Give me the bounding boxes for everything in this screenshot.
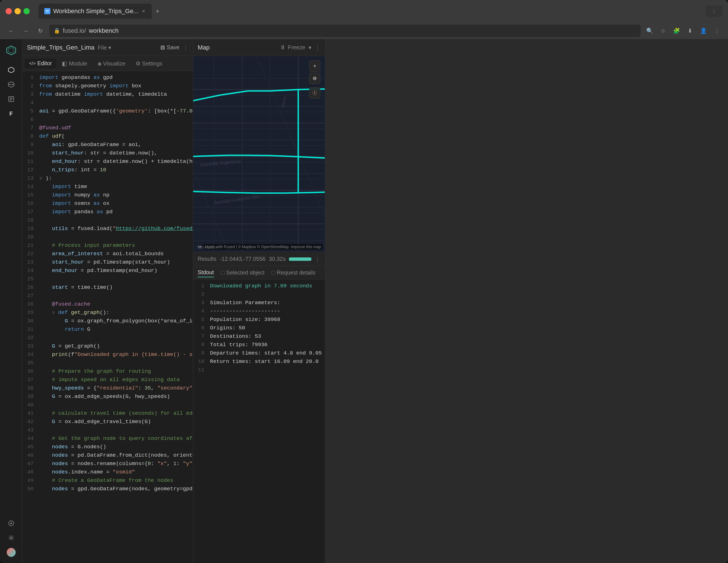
code-line: 16 import osmnx as ox — [22, 199, 193, 208]
code-line: 8 def udf( — [22, 132, 193, 141]
tab-stdout[interactable]: Stdout — [198, 268, 214, 277]
download-icon[interactable]: ⬇ — [684, 25, 696, 36]
results-menu-button[interactable]: ⋮ — [315, 256, 320, 263]
map-menu-button[interactable]: ⋮ — [315, 44, 320, 51]
results-tabs: Stdout Selected object Request details — [193, 266, 325, 280]
code-line: 29 ∨ def get_graph(): — [22, 308, 193, 317]
code-line: 27 — [22, 291, 193, 300]
save-label: Save — [167, 44, 179, 51]
pause-button[interactable]: ⏸ Freeze — [280, 44, 305, 51]
zoom-in-button[interactable]: + — [309, 60, 320, 72]
results-coords: -12.0443,-77.0556 — [220, 256, 265, 262]
code-line: 36 # Prepare the graph for routing — [22, 367, 193, 375]
map-container[interactable]: Avenida Argentina Avenida Argentina Aven… — [193, 56, 325, 252]
request-details-checkbox[interactable] — [271, 271, 275, 275]
tab-label: Workbench Simple_Trips_Ge... — [53, 8, 138, 15]
url-path: workbench — [89, 27, 118, 34]
tab-editor[interactable]: </> Editor — [25, 59, 56, 68]
editor-panel: Simple_Trips_Gen_Lima File ▾ Save ⋮ — [22, 39, 193, 563]
code-line: 24 end_hour = pd.Timestamp(end_hour) — [22, 267, 193, 275]
tab-request-details[interactable]: Request details — [271, 269, 316, 277]
profile-icon[interactable]: 👤 — [698, 25, 709, 36]
code-line: 50 nodes = gpd.GeoDataFrame(nodes, geome… — [22, 485, 193, 493]
sidebar-bottom — [5, 517, 17, 559]
code-line: 25 — [22, 275, 193, 283]
sidebar-item-profile[interactable] — [5, 546, 17, 559]
svg-marker-75 — [314, 91, 315, 93]
sidebar-item-settings[interactable] — [5, 532, 17, 544]
code-line: 49 # Create a GeoDataFrame from the node… — [22, 476, 193, 485]
browser-menu-dots[interactable]: ⋮ — [711, 25, 722, 36]
code-line: 43 — [22, 426, 193, 434]
results-actions: 30.32s ⋮ — [269, 256, 320, 263]
svg-marker-1 — [8, 48, 14, 53]
svg-rect-14 — [162, 46, 164, 47]
tab-editor-label: Editor — [37, 60, 52, 67]
result-line: 3 Simulation Parameters: — [193, 298, 325, 307]
code-line: 32 — [22, 333, 193, 342]
code-line: 34 print(f"Downloaded graph in {time.tim… — [22, 350, 193, 359]
address-bar[interactable]: 🔒 fused.io/workbench — [49, 25, 641, 37]
code-editor[interactable]: 1 import geopandas as gpd 2 from shapely… — [22, 71, 193, 563]
code-line: 46 nodes = pd.DataFrame.from_dict(nodes,… — [22, 451, 193, 459]
code-line: 7 @fused.udf — [22, 124, 193, 132]
code-line: 45 nodes = G.nodes() — [22, 443, 193, 451]
map-zoom-controls: + — [309, 60, 320, 99]
sidebar-item-layers[interactable] — [5, 78, 17, 91]
code-line: 26 start = time.time() — [22, 283, 193, 291]
svg-marker-76 — [314, 93, 315, 95]
file-name: Simple_Trips_Gen_Lima — [27, 44, 94, 51]
bookmark-icon[interactable]: ☆ — [657, 25, 669, 36]
editor-menu-button[interactable]: ⋮ — [183, 44, 188, 51]
svg-rect-15 — [162, 48, 164, 49]
sidebar-item-code[interactable] — [5, 64, 17, 76]
editor-header: Simple_Trips_Gen_Lima File ▾ Save ⋮ — [22, 39, 193, 56]
tab-selected-object[interactable]: Selected object — [221, 269, 265, 277]
code-line: 1 import geopandas as gpd — [22, 73, 193, 82]
minimize-button[interactable] — [15, 8, 21, 14]
tab-close-button[interactable]: ✕ — [141, 9, 146, 14]
tab-module[interactable]: ◧ Module — [57, 59, 92, 69]
tab-settings[interactable]: ⚙ Settings — [131, 59, 167, 69]
refresh-button[interactable]: ↻ — [35, 25, 46, 36]
forward-button[interactable]: → — [20, 25, 31, 36]
code-line: 33 G = get_graph() — [22, 342, 193, 350]
results-panel: Results -12.0443,-77.0556 30.32s ⋮ St — [193, 252, 325, 563]
svg-marker-0 — [7, 46, 16, 55]
tab-module-label: ◧ Module — [62, 60, 87, 67]
tab-visualize[interactable]: ◈ Visualize — [93, 59, 130, 69]
file-badge[interactable]: File ▾ — [98, 44, 111, 51]
compass-button[interactable] — [309, 87, 320, 99]
tab-settings-label: ⚙ Settings — [136, 60, 162, 67]
code-line: 5 aoi = gpd.GeoDataFrame({'geometry': [b… — [22, 107, 193, 115]
maximize-button[interactable] — [24, 8, 30, 14]
code-line: 12 n_trips: int = 10 — [22, 166, 193, 174]
selected-object-checkbox[interactable] — [221, 271, 225, 275]
code-line: 40 — [22, 401, 193, 409]
results-header: Results -12.0443,-77.0556 30.32s ⋮ — [193, 252, 325, 266]
back-button[interactable]: ← — [6, 25, 17, 36]
search-icon[interactable]: 🔍 — [644, 25, 655, 36]
code-line: 37 # impute speed on all edges missing d… — [22, 375, 193, 384]
code-line: 44 # Get the graph node to query coordin… — [22, 434, 193, 443]
url-prefix: fused.io/ — [63, 27, 86, 34]
zoom-out-button[interactable] — [309, 73, 320, 84]
close-button[interactable] — [6, 8, 12, 14]
browser-menu-button[interactable]: ⋮ — [706, 6, 722, 17]
active-tab[interactable]: W Workbench Simple_Trips_Ge... ✕ — [39, 4, 152, 19]
code-line: 10 start_hour: str = datetime.now(), — [22, 149, 193, 157]
sidebar-item-files[interactable] — [5, 93, 17, 105]
map-dropdown-button[interactable]: ▾ — [309, 44, 311, 51]
extensions-icon[interactable]: 🧩 — [671, 25, 682, 36]
tab-favicon: W — [44, 8, 50, 14]
editor-tabs: </> Editor ◧ Module ◈ Visualize ⚙ Settin… — [22, 56, 193, 71]
sidebar-item-add[interactable] — [5, 517, 17, 529]
browser-titlebar: W Workbench Simple_Trips_Ge... ✕ + ⋮ — [0, 0, 728, 22]
save-button[interactable]: Save — [160, 44, 179, 51]
new-tab-button[interactable]: + — [152, 6, 163, 17]
freeze-label: Freeze — [288, 44, 305, 51]
result-line: 5 Population size: 39968 — [193, 315, 325, 324]
sidebar-item-fused[interactable]: F — [5, 108, 17, 120]
tab-request-details-label: Request details — [277, 270, 316, 276]
result-line: 10 Return times: start 16.09 end 20.0 — [193, 357, 325, 366]
